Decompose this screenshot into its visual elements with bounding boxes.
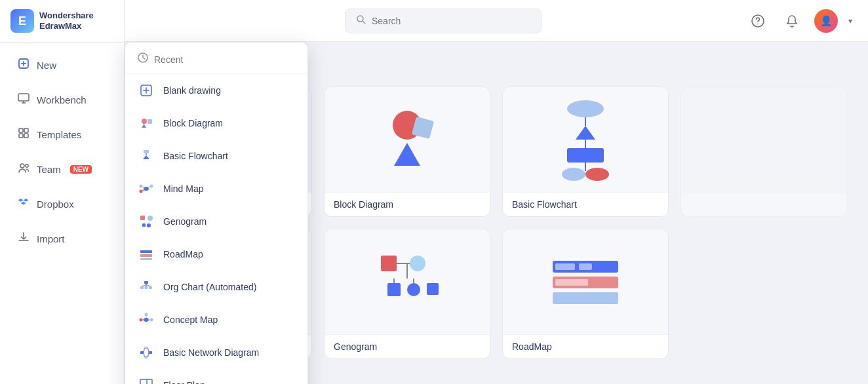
sidebar-item-templates[interactable]: Templates <box>5 119 119 151</box>
sidebar-item-new[interactable]: New <box>5 49 119 81</box>
plus-square-icon <box>17 57 30 73</box>
svg-rect-80 <box>149 286 152 289</box>
sidebar: E Wondershare EdrawMax New Workbench Tem… <box>0 0 125 384</box>
card-roadmap[interactable]: RoadMap <box>502 229 669 359</box>
dropdown-item-roadmap[interactable]: RoadMap <box>125 238 307 271</box>
sidebar-item-team[interactable]: Team NEW <box>5 153 119 185</box>
svg-line-13 <box>363 21 365 24</box>
search-icon <box>356 14 366 28</box>
svg-marker-58 <box>142 124 146 128</box>
svg-rect-50 <box>555 263 575 270</box>
svg-point-66 <box>140 190 143 193</box>
dropdown-item-block-diagram[interactable]: Block Diagram <box>125 107 307 140</box>
sidebar-item-workbench[interactable]: Workbench <box>5 84 119 116</box>
card-extra[interactable] <box>681 86 847 217</box>
genogram-icon <box>137 212 155 231</box>
dropdown-item-floor-plan[interactable]: Floor Plan <box>125 369 307 384</box>
logo-icon: E <box>10 9 34 33</box>
card-extra-label <box>681 192 846 206</box>
svg-line-97 <box>148 348 149 353</box>
search-input[interactable] <box>372 16 530 26</box>
floor-plan-icon <box>137 376 155 384</box>
svg-line-96 <box>144 353 145 357</box>
avatar-caret-icon[interactable]: ▾ <box>848 16 852 26</box>
card-block-diagram-label: Block Diagram <box>325 192 490 216</box>
svg-point-85 <box>140 318 143 322</box>
svg-rect-99 <box>140 379 152 384</box>
sidebar-item-dropbox-label: Dropbox <box>37 199 74 210</box>
svg-point-11 <box>26 164 28 167</box>
basic-network-icon <box>137 343 155 362</box>
dropdown-item-mind-map[interactable]: Mind Map <box>125 172 307 205</box>
monitor-icon <box>17 92 30 108</box>
users-icon <box>17 161 30 178</box>
svg-rect-77 <box>144 281 148 284</box>
header-right: 👤 ▾ <box>746 9 852 33</box>
dropdown-menu: Recent Blank drawing Block Diagram Basic… <box>125 42 308 384</box>
dropdown-header-label: Recent <box>154 54 183 65</box>
svg-rect-38 <box>381 256 397 271</box>
svg-marker-17 <box>394 143 420 166</box>
card-basic-flowchart-label: Basic Flowchart <box>503 192 668 216</box>
header: 👤 ▾ <box>125 0 868 42</box>
dropdown-item-basic-network-label: Basic Network Diagram <box>163 347 259 358</box>
svg-line-98 <box>148 353 149 357</box>
card-roadmap-image <box>503 229 668 334</box>
svg-point-73 <box>147 223 151 227</box>
svg-rect-42 <box>387 283 401 296</box>
genogram-svg <box>368 242 446 321</box>
dropdown-item-roadmap-label: RoadMap <box>163 249 203 259</box>
block-diagram-icon <box>137 114 155 132</box>
svg-rect-23 <box>567 148 604 163</box>
svg-line-65 <box>143 187 144 188</box>
card-block-diagram[interactable]: Block Diagram <box>324 86 490 217</box>
svg-rect-79 <box>145 286 148 289</box>
help-button[interactable] <box>746 9 770 33</box>
card-genogram[interactable]: Genogram <box>324 229 490 359</box>
svg-point-43 <box>407 283 420 296</box>
sidebar-item-dropbox[interactable]: Dropbox <box>5 188 119 220</box>
sidebar-item-import-label: Import <box>37 233 65 244</box>
svg-point-68 <box>150 185 153 188</box>
svg-point-63 <box>144 187 149 191</box>
search-bar[interactable] <box>345 9 542 33</box>
dropdown-item-concept-map-label: Concept Map <box>163 315 218 325</box>
card-basic-flowchart[interactable]: Basic Flowchart <box>502 86 669 217</box>
svg-rect-74 <box>140 250 152 253</box>
card-roadmap-label: RoadMap <box>503 334 668 358</box>
mind-map-icon <box>137 180 155 198</box>
app-name: Wondershare EdrawMax <box>39 10 94 31</box>
dropdown-item-blank[interactable]: Blank drawing <box>125 74 307 107</box>
svg-rect-7 <box>24 128 28 132</box>
sidebar-item-team-label: Team <box>37 164 61 175</box>
dropdown-item-org-chart[interactable]: Org Chart (Automated) <box>125 271 307 303</box>
sidebar-item-new-label: New <box>37 60 56 71</box>
download-icon <box>17 231 30 247</box>
svg-point-26 <box>585 168 609 181</box>
svg-point-10 <box>20 164 24 168</box>
svg-point-87 <box>150 318 153 322</box>
svg-line-69 <box>149 187 150 188</box>
basic-flowchart-icon <box>137 147 155 165</box>
dropbox-icon <box>17 196 30 212</box>
sidebar-item-import[interactable]: Import <box>5 223 119 255</box>
svg-marker-21 <box>576 126 595 140</box>
svg-rect-76 <box>140 258 152 260</box>
dropdown-item-basic-flowchart[interactable]: Basic Flowchart <box>125 140 307 172</box>
svg-point-64 <box>140 185 143 188</box>
svg-rect-3 <box>18 94 29 101</box>
dropdown-item-concept-map[interactable]: Concept Map <box>125 303 307 336</box>
block-diagram-svg <box>368 100 446 179</box>
recent-icon <box>137 52 149 67</box>
blank-drawing-icon <box>137 81 155 100</box>
flowchart-svg <box>546 97 625 182</box>
svg-point-19 <box>567 100 604 117</box>
svg-rect-6 <box>19 128 23 132</box>
svg-point-71 <box>148 216 153 221</box>
dropdown-item-basic-network[interactable]: Basic Network Diagram <box>125 336 307 369</box>
svg-rect-9 <box>24 134 28 138</box>
roadmap-icon <box>137 245 155 263</box>
dropdown-item-genogram[interactable]: Genogram <box>125 205 307 238</box>
avatar[interactable]: 👤 <box>814 9 838 33</box>
notification-button[interactable] <box>780 9 804 33</box>
